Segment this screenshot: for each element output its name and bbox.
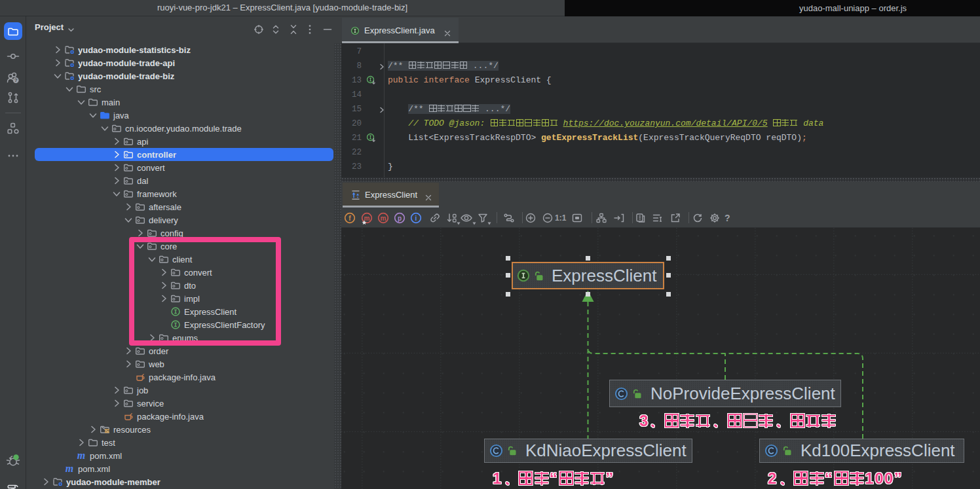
svg-text:p: p <box>398 215 402 222</box>
svg-text:i: i <box>415 215 417 222</box>
svg-text:f: f <box>349 215 351 222</box>
svg-text:m: m <box>381 215 386 222</box>
svg-text:?: ? <box>14 77 18 83</box>
